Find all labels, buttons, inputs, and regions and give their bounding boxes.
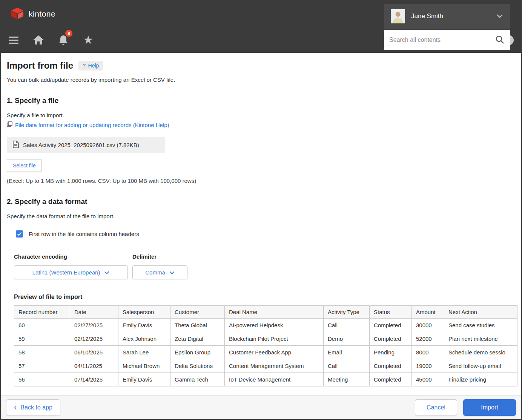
table-cell: Pending <box>370 346 412 359</box>
table-cell: 59 <box>14 332 70 346</box>
table-cell: Send follow-up email <box>444 359 517 373</box>
table-cell: Completed <box>370 332 412 346</box>
section1-description: Specify a file to import. <box>7 112 521 118</box>
chevron-left-icon: ‹ <box>14 403 17 412</box>
section1-heading: 1. Specify a file <box>7 97 521 105</box>
section2-heading: 2. Specify a data format <box>7 198 521 206</box>
import-button[interactable]: Import <box>463 399 516 416</box>
footer-actions: Cancel Import <box>415 399 516 416</box>
table-cell: Emily Davis <box>118 373 170 386</box>
page-intro: You can bulk add/update records by impor… <box>7 77 521 83</box>
header-row-checkbox-label: First row in the file contains column he… <box>29 231 139 237</box>
format-help-link-row: File data format for adding or updating … <box>7 121 521 129</box>
top-bar-nav-row: 8 ★ ⚙ ? <box>1 27 521 53</box>
cancel-button[interactable]: Cancel <box>415 399 457 416</box>
table-header-cell: Status <box>370 306 412 319</box>
table-cell: 02/12/2025 <box>70 332 118 346</box>
table-cell: Meeting <box>324 373 370 386</box>
table-cell: Completed <box>370 319 412 332</box>
table-cell: Delta Solutions <box>170 359 225 373</box>
delimiter-select[interactable]: Comma <box>132 265 187 279</box>
global-search <box>384 30 510 50</box>
table-cell: 58 <box>14 346 70 359</box>
preview-table-label: Preview of file to import <box>14 294 521 300</box>
table-row: 5607/14/2025Emily DavisGamma TechIoT Dev… <box>14 373 517 386</box>
format-selects-row: Latin1 (Western European) Comma <box>14 265 521 279</box>
table-header-cell: Amount <box>412 306 444 319</box>
table-header-cell: Next Action <box>444 306 517 319</box>
encoding-label: Character encoding <box>14 253 67 260</box>
table-cell: Plan next milestone <box>444 332 517 346</box>
avatar <box>391 9 405 23</box>
table-cell: Schedule demo sessio <box>444 346 517 359</box>
external-link-icon <box>7 121 12 129</box>
table-cell: 30000 <box>412 319 444 332</box>
star-glyph: ★ <box>83 34 94 46</box>
table-cell: 45000 <box>412 373 444 386</box>
table-cell: Call <box>324 319 370 332</box>
table-cell: Content Management System <box>225 359 324 373</box>
table-cell: 52000 <box>412 332 444 346</box>
kintone-logo[interactable]: kintone <box>11 7 55 21</box>
notifications-bell-icon[interactable]: 8 <box>56 32 71 48</box>
delimiter-selected-value: Comma <box>145 269 165 276</box>
search-input[interactable] <box>384 30 489 50</box>
select-file-button[interactable]: Select file <box>7 159 42 172</box>
table-cell: Send case studies <box>444 319 517 332</box>
main-content: Import from file ? Help You can bulk add… <box>1 53 521 404</box>
table-header-cell: Salesperson <box>118 306 170 319</box>
table-header-cell: Record number <box>14 306 70 319</box>
notification-badge: 8 <box>65 30 72 37</box>
app-window: kintone Jane Smith <box>0 0 522 420</box>
table-row: 5704/11/2025Michael BrownDelta Solutions… <box>14 359 517 373</box>
back-to-app-label: Back to app <box>20 404 52 411</box>
table-row: 5806/10/2025Sarah LeeEpsilon GroupCustom… <box>14 346 517 359</box>
table-cell: 60 <box>14 319 70 332</box>
header-row-checkbox[interactable] <box>16 230 23 238</box>
table-header-cell: Date <box>70 306 118 319</box>
home-icon[interactable] <box>31 32 46 48</box>
action-footer: ‹ Back to app Cancel Import <box>1 395 521 419</box>
user-name: Jane Smith <box>411 12 490 20</box>
file-size-limits: (Excel: Up to 1 MB with 1,000 rows. CSV:… <box>7 178 521 184</box>
encoding-selected-value: Latin1 (Western European) <box>32 269 100 276</box>
favorites-star-icon[interactable]: ★ <box>81 32 96 48</box>
format-labels-row: Character encoding Delimiter <box>14 253 521 260</box>
table-cell: Blockchain Pilot Project <box>225 332 324 346</box>
table-header-cell: Deal Name <box>225 306 324 319</box>
table-cell: Zeta Digital <box>170 332 225 346</box>
table-cell: Completed <box>370 373 412 386</box>
table-row: 6002/27/2025Emily DavisTheta GlobalAI-po… <box>14 319 517 332</box>
top-bar: kintone Jane Smith <box>1 1 521 53</box>
table-cell: Finalize pricing <box>444 373 517 386</box>
back-to-app-button[interactable]: ‹ Back to app <box>6 399 60 416</box>
table-cell: Email <box>324 346 370 359</box>
table-cell: Alex Johnson <box>118 332 170 346</box>
table-cell: IoT Device Management <box>225 373 324 386</box>
help-chip-label: Help <box>88 63 99 69</box>
file-document-icon <box>13 141 19 149</box>
preview-table: Record numberDateSalespersonCustomerDeal… <box>14 305 517 386</box>
table-row: 5902/12/2025Alex JohnsonZeta DigitalBloc… <box>14 332 517 346</box>
table-cell: AI-powered Helpdesk <box>225 319 324 332</box>
table-cell: 56 <box>14 373 70 386</box>
table-header-cell: Activity Type <box>324 306 370 319</box>
table-cell: 06/10/2025 <box>70 346 118 359</box>
hamburger-bars <box>9 37 18 44</box>
encoding-select[interactable]: Latin1 (Western European) <box>14 265 128 279</box>
search-button[interactable] <box>489 30 510 50</box>
preview-table-head-row: Record numberDateSalespersonCustomerDeal… <box>14 306 517 319</box>
selected-file-name: Sales Activity 2025_2025092601.csv (7.82… <box>23 142 139 148</box>
table-cell: Customer Feedback App <box>225 346 324 359</box>
user-menu[interactable]: Jane Smith <box>384 4 510 29</box>
table-cell: Call <box>324 359 370 373</box>
chevron-down-icon <box>496 13 503 20</box>
table-cell: 57 <box>14 359 70 373</box>
selected-file-chip: Sales Activity 2025_2025092601.csv (7.82… <box>7 137 165 153</box>
title-row: Import from file ? Help <box>7 60 521 71</box>
page-help-link[interactable]: ? Help <box>78 61 103 71</box>
table-cell: Sarah Lee <box>118 346 170 359</box>
hamburger-menu-icon[interactable] <box>6 32 21 48</box>
table-cell: 04/11/2025 <box>70 359 118 373</box>
format-help-link[interactable]: File data format for adding or updating … <box>15 122 169 128</box>
